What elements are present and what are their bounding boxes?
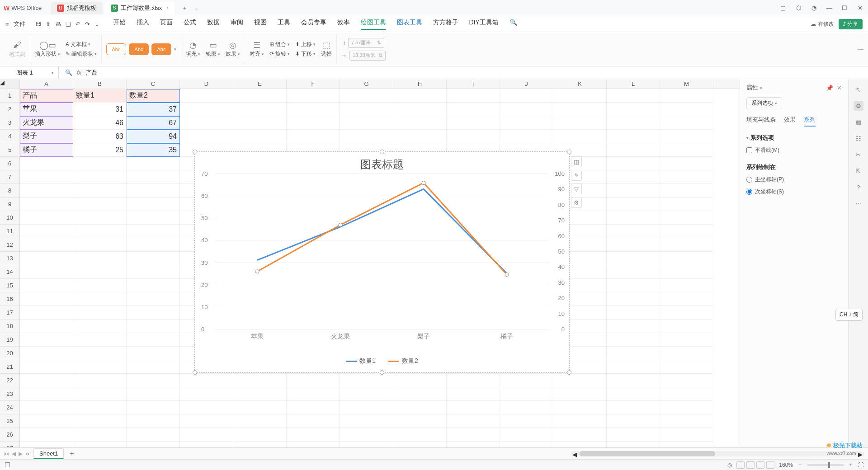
cell[interactable] — [180, 442, 233, 447]
status-icon[interactable]: 🞎 — [5, 462, 10, 468]
cell[interactable] — [660, 211, 713, 225]
cell[interactable] — [73, 387, 127, 401]
resize-handle[interactable] — [380, 370, 384, 375]
cell[interactable] — [660, 306, 713, 320]
sheet-nav-first[interactable]: ⏮ — [4, 451, 9, 457]
cell[interactable] — [660, 279, 713, 292]
cell[interactable] — [127, 333, 180, 347]
cell[interactable]: 37 — [127, 103, 180, 116]
col-header[interactable]: J — [500, 79, 553, 89]
cell[interactable]: 橘子 — [20, 143, 73, 157]
row-header[interactable]: 7 — [0, 170, 20, 184]
cell[interactable] — [607, 197, 660, 211]
zoom-slider[interactable] — [807, 464, 844, 466]
resize-handle[interactable] — [193, 370, 197, 375]
cell[interactable] — [73, 184, 127, 197]
cell[interactable]: 数量1 — [73, 89, 127, 103]
cell[interactable] — [607, 442, 660, 447]
cell[interactable] — [660, 184, 713, 197]
row-header[interactable]: 17 — [0, 306, 20, 320]
cell[interactable] — [607, 225, 660, 238]
cell[interactable] — [660, 360, 713, 374]
resize-handle[interactable] — [380, 150, 384, 154]
cell[interactable] — [447, 414, 500, 428]
zoom-icon[interactable]: 🔍 — [65, 69, 72, 76]
cell[interactable] — [287, 442, 340, 447]
cell[interactable]: 35 — [127, 143, 180, 157]
cell[interactable] — [500, 442, 553, 447]
row-header[interactable]: 20 — [0, 347, 20, 360]
outline-icon[interactable]: ▭ — [209, 40, 217, 50]
cell[interactable] — [393, 428, 447, 442]
cell[interactable] — [127, 306, 180, 320]
cell[interactable]: 67 — [127, 116, 180, 130]
row-header[interactable]: 22 — [0, 374, 20, 387]
outline-dropdown[interactable]: 轮廓▾ — [206, 50, 220, 58]
chart-elements-button[interactable]: ◫ — [571, 156, 582, 167]
cell[interactable] — [127, 184, 180, 197]
cell[interactable] — [553, 374, 607, 387]
cell[interactable] — [127, 279, 180, 292]
sheet-nav-last[interactable]: ⏭ — [25, 451, 31, 457]
menu-data[interactable]: 数据 — [207, 19, 220, 30]
cell[interactable] — [20, 238, 73, 252]
col-header[interactable]: I — [447, 79, 500, 89]
effects-icon[interactable]: ◎ — [229, 40, 236, 50]
cell[interactable] — [500, 116, 553, 130]
cell[interactable] — [73, 414, 127, 428]
subtab-fill-line[interactable]: 填充与线条 — [746, 116, 776, 127]
group-dropdown[interactable]: ⊞ 组合 ▾ — [269, 41, 290, 48]
fill-dropdown[interactable]: 填充▾ — [186, 50, 200, 58]
cell[interactable] — [73, 225, 127, 238]
cell[interactable] — [73, 333, 127, 347]
cell[interactable] — [660, 320, 713, 333]
cell[interactable] — [20, 265, 73, 279]
rail-settings-icon[interactable]: ⚙ — [854, 101, 863, 111]
menu-start[interactable]: 开始 — [113, 19, 126, 30]
cell[interactable] — [127, 347, 180, 360]
cell[interactable] — [233, 116, 287, 130]
status-circle-icon[interactable]: ◎ — [727, 462, 732, 468]
cell[interactable] — [127, 360, 180, 374]
cell[interactable] — [393, 130, 447, 143]
sheet-tab-1[interactable]: Sheet1 — [33, 448, 64, 459]
cell[interactable] — [20, 401, 73, 414]
share-button[interactable]: ⤴ 分享 — [839, 19, 863, 29]
rotate-dropdown[interactable]: ⟳ 旋转 ▾ — [269, 50, 290, 58]
cell[interactable] — [127, 442, 180, 447]
cell[interactable] — [607, 170, 660, 184]
cell[interactable] — [607, 116, 660, 130]
cell[interactable] — [287, 428, 340, 442]
cell[interactable] — [180, 428, 233, 442]
cell[interactable]: 数量2 — [127, 89, 180, 103]
cell[interactable]: 31 — [73, 103, 127, 116]
cell[interactable] — [20, 252, 73, 265]
col-header[interactable]: E — [233, 79, 287, 89]
cell[interactable] — [607, 143, 660, 157]
print-icon[interactable]: 🖶 — [55, 21, 61, 28]
cell[interactable] — [73, 360, 127, 374]
cell[interactable] — [500, 374, 553, 387]
cell[interactable] — [20, 414, 73, 428]
chart-filter-button[interactable]: ▽ — [571, 183, 582, 194]
cell[interactable] — [393, 116, 447, 130]
zoom-level[interactable]: 160% — [779, 462, 793, 468]
subtab-effects[interactable]: 效果 — [784, 116, 796, 127]
primary-axis-radio[interactable]: 主坐标轴(P) — [746, 176, 842, 183]
chart-title[interactable]: 图表标题 — [195, 157, 569, 172]
cell[interactable] — [500, 428, 553, 442]
cell[interactable] — [73, 428, 127, 442]
cell[interactable] — [73, 320, 127, 333]
horizontal-scrollbar[interactable]: ◀▶ — [571, 451, 864, 456]
close-panel-icon[interactable]: ✕ — [837, 85, 842, 91]
menu-efficiency[interactable]: 效率 — [337, 19, 350, 30]
chart-settings-button[interactable]: ⚙ — [571, 197, 582, 208]
effects-dropdown[interactable]: 效果▾ — [226, 50, 240, 58]
col-header[interactable]: C — [127, 79, 180, 89]
hamburger-icon[interactable]: ≡ — [5, 21, 9, 28]
cell[interactable] — [20, 197, 73, 211]
cell[interactable] — [660, 143, 713, 157]
group-format-painter[interactable]: 🖌 格式刷 — [5, 34, 30, 64]
cell[interactable] — [73, 238, 127, 252]
cell[interactable] — [393, 374, 447, 387]
